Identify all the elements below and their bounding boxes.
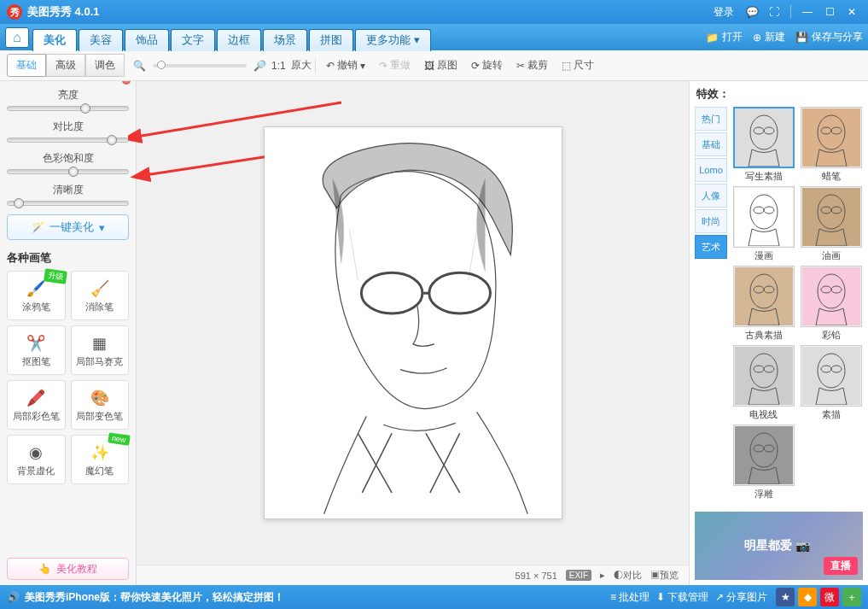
- zoom-out-icon[interactable]: 🔍: [133, 60, 146, 72]
- brush-icon: 🖍️: [26, 388, 46, 408]
- brush-icon: ✨: [90, 442, 110, 463]
- saturation-slider[interactable]: 色彩饱和度: [7, 151, 129, 174]
- svg-rect-22: [735, 267, 793, 325]
- effect-thumb: [801, 266, 862, 327]
- app-logo-icon: 秀: [7, 4, 22, 20]
- app-title: 美图秀秀 4.0.1: [27, 4, 714, 20]
- tab-美容[interactable]: 美容: [79, 29, 123, 51]
- badge: 升级: [44, 268, 67, 284]
- folder-icon: 📁: [706, 32, 719, 44]
- undo-button[interactable]: ↶撤销▾: [326, 58, 365, 73]
- effect-古典素描[interactable]: 古典素描: [732, 266, 795, 342]
- contrast-slider[interactable]: 对比度: [7, 120, 129, 143]
- subtab-基础[interactable]: 基础: [7, 54, 46, 77]
- effect-电视线[interactable]: 电视线: [732, 345, 795, 421]
- effect-tab-艺术[interactable]: 艺术: [695, 235, 727, 259]
- hand-icon: 👆: [38, 563, 51, 575]
- brush-局部变色笔[interactable]: 🎨局部变色笔: [71, 380, 130, 430]
- open-button[interactable]: 📁 打开: [706, 30, 743, 44]
- effect-tab-基础[interactable]: 基础: [695, 132, 727, 156]
- chat-icon[interactable]: 💬: [743, 4, 761, 20]
- canvas-image[interactable]: [264, 126, 562, 519]
- minimize-button[interactable]: —: [798, 4, 817, 20]
- effect-浮雕[interactable]: 浮雕: [732, 425, 795, 501]
- reset-dot-icon[interactable]: [122, 81, 131, 85]
- size-button[interactable]: ⬚尺寸: [562, 58, 594, 73]
- zoom-original[interactable]: 原大: [291, 58, 312, 73]
- status-bar: 🔊 美图秀秀iPhone版：帮你快速美化照片，轻松搞定拼图！ ≡批处理 ⬇下载管…: [0, 585, 868, 609]
- tab-饰品[interactable]: 饰品: [125, 29, 169, 51]
- tab-美化[interactable]: 美化: [32, 29, 77, 51]
- tab-场景[interactable]: 场景: [263, 29, 307, 51]
- zoom-slider[interactable]: [153, 64, 247, 67]
- sharpness-slider[interactable]: 清晰度: [7, 183, 129, 206]
- social-icon-1[interactable]: ★: [776, 588, 795, 606]
- download-icon: ⬇: [656, 591, 665, 603]
- brightness-slider[interactable]: 亮度: [7, 88, 129, 111]
- sound-icon[interactable]: 🔊: [7, 591, 20, 603]
- save-share-button[interactable]: 💾 保存与分享: [795, 30, 863, 44]
- crop-button[interactable]: ✂裁剪: [516, 58, 548, 73]
- effect-素描[interactable]: 素描: [801, 345, 864, 421]
- svg-rect-2: [265, 127, 562, 518]
- batch-button[interactable]: ≡批处理: [610, 590, 650, 605]
- one-click-beautify-button[interactable]: 🪄 一键美化 ▾: [7, 214, 129, 240]
- effect-tab-Lomo[interactable]: Lomo: [695, 158, 727, 182]
- effect-油画[interactable]: 油画: [801, 186, 864, 262]
- login-link[interactable]: 登录: [714, 5, 734, 20]
- brush-背景虚化[interactable]: ◉背景虚化: [7, 435, 66, 484]
- compare-button[interactable]: ◐对比: [614, 569, 642, 582]
- brush-涂鸦笔[interactable]: 🖌️涂鸦笔升级: [7, 271, 66, 320]
- exif-badge[interactable]: EXIF: [566, 570, 591, 581]
- brush-抠图笔[interactable]: ✂️抠图笔: [7, 325, 66, 375]
- social-add-icon[interactable]: ＋: [842, 588, 861, 606]
- canvas-area: 591 × 751 EXIF ▸ ◐对比 ▣预览: [137, 81, 689, 585]
- maximize-button[interactable]: ☐: [820, 4, 839, 20]
- save-icon: 💾: [795, 32, 808, 44]
- svg-rect-38: [735, 426, 793, 484]
- original-button[interactable]: 🖼原图: [424, 58, 457, 73]
- effect-tab-热门[interactable]: 热门: [695, 107, 727, 131]
- subtab-调色[interactable]: 调色: [85, 54, 125, 77]
- size-icon: ⬚: [562, 60, 571, 72]
- redo-button[interactable]: ↷重做: [379, 58, 411, 73]
- effect-tab-时尚[interactable]: 时尚: [695, 209, 727, 233]
- effect-写生素描[interactable]: 写生素描: [732, 107, 795, 183]
- tab-文字[interactable]: 文字: [171, 29, 215, 51]
- brush-局部马赛克[interactable]: ▦局部马赛克: [71, 325, 130, 375]
- social-icon-2[interactable]: ◆: [798, 588, 817, 606]
- ad-tag: 直播: [824, 557, 858, 575]
- effect-thumb: [801, 107, 862, 168]
- rotate-button[interactable]: ⟳旋转: [471, 58, 503, 73]
- batch-icon: ≡: [610, 591, 616, 603]
- svg-rect-14: [735, 188, 793, 246]
- left-panel: 亮度 对比度 色彩饱和度 清晰度 🪄 一键美化 ▾ 各种画笔 🖌️涂鸦笔升级🧹消…: [0, 81, 137, 585]
- brush-魔幻笔[interactable]: ✨魔幻笔new: [71, 435, 130, 484]
- new-button[interactable]: ⊕ 新建: [753, 30, 785, 44]
- tab-更多功能[interactable]: 更多功能 ▾: [355, 29, 431, 51]
- share-button[interactable]: ↗分享图片: [715, 590, 767, 605]
- tab-拼图[interactable]: 拼图: [309, 29, 353, 51]
- effect-彩铅[interactable]: 彩铅: [801, 266, 864, 342]
- home-button[interactable]: ⌂: [5, 27, 29, 48]
- preview-button[interactable]: ▣预览: [650, 569, 679, 582]
- effect-thumb: [801, 186, 862, 248]
- brush-局部彩色笔[interactable]: 🖍️局部彩色笔: [7, 380, 66, 430]
- tutorial-button[interactable]: 👆 美化教程: [7, 558, 129, 580]
- social-weibo-icon[interactable]: 微: [820, 588, 839, 606]
- effect-蜡笔[interactable]: 蜡笔: [801, 107, 864, 183]
- tab-边框[interactable]: 边框: [217, 29, 261, 51]
- brush-section-title: 各种画笔: [7, 250, 129, 266]
- fullscreen-icon[interactable]: ⛶: [765, 4, 784, 20]
- effect-tab-人像[interactable]: 人像: [695, 184, 727, 208]
- ad-banner[interactable]: 明星都爱 📷 直播: [695, 512, 863, 580]
- save-label: 保存与分享: [812, 30, 863, 44]
- zoom-in-icon[interactable]: 🔎: [253, 60, 266, 72]
- new-label: 新建: [765, 30, 785, 44]
- subtab-高级[interactable]: 高级: [46, 54, 85, 77]
- brush-消除笔[interactable]: 🧹消除笔: [71, 271, 130, 320]
- effect-漫画[interactable]: 漫画: [732, 186, 795, 262]
- home-icon: ⌂: [13, 30, 21, 45]
- close-button[interactable]: ✕: [842, 4, 861, 20]
- download-button[interactable]: ⬇下载管理: [656, 590, 708, 605]
